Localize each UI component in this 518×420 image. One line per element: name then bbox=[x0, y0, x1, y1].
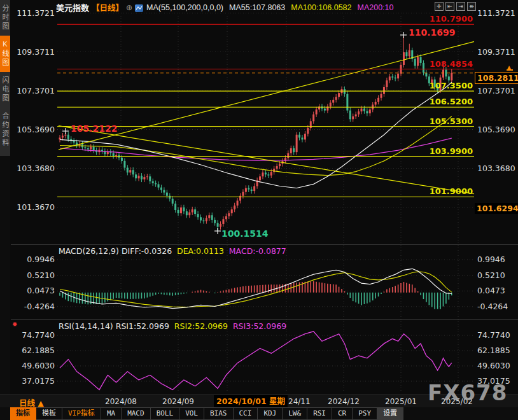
chart-window: 110.7900108.4854107.3500106.5200105.5300… bbox=[0, 0, 518, 420]
svg-text:110.7900: 110.7900 bbox=[430, 14, 473, 24]
shift-out-icon[interactable]: ⇻ bbox=[467, 2, 476, 11]
svg-text:-0.4264: -0.4264 bbox=[24, 302, 55, 311]
svg-text:103.9900: 103.9900 bbox=[430, 146, 473, 156]
svg-text:107.3701: 107.3701 bbox=[17, 86, 55, 95]
date-label: 2025/01 bbox=[385, 397, 417, 406]
date-label: 2024/08 bbox=[105, 397, 137, 406]
svg-text:62.1885: 62.1885 bbox=[22, 346, 55, 355]
current-price-box: 108.2811 bbox=[475, 72, 518, 84]
svg-text:105.5300: 105.5300 bbox=[430, 116, 473, 126]
sidebar-tab-1[interactable]: 分时图 bbox=[0, 0, 10, 36]
toolbar-item-设置[interactable]: 设置 bbox=[377, 407, 403, 420]
shift-left-icon[interactable]: ⇤ bbox=[445, 2, 454, 11]
moving-averages bbox=[60, 82, 452, 188]
svg-text:74.7740: 74.7740 bbox=[22, 330, 55, 340]
gridlines bbox=[11, 13, 518, 393]
toolbar-item-模板[interactable]: 模板 bbox=[36, 407, 62, 420]
shift-right-icon[interactable]: ⇥ bbox=[456, 2, 465, 11]
macd-diff-value: MACD(26,12,9) DIFF:-0.0326 bbox=[59, 246, 172, 256]
period-tag[interactable]: 【日线】 bbox=[92, 4, 123, 13]
chart-canvas: 110.7900108.4854107.3500106.5200105.5300… bbox=[0, 0, 518, 420]
svg-text:49.6030: 49.6030 bbox=[22, 361, 55, 370]
toolbar-item-KDJ[interactable]: KDJ bbox=[258, 407, 283, 420]
toolbar-item-指标[interactable]: 指标 bbox=[10, 407, 36, 420]
ma200-value: MA200:10 bbox=[358, 3, 394, 12]
macd-panel bbox=[60, 269, 452, 309]
rsi-alert-icon: ✹ bbox=[12, 321, 17, 328]
svg-text:107.3500: 107.3500 bbox=[430, 81, 473, 90]
svg-text:49.6030: 49.6030 bbox=[477, 361, 510, 370]
sidebar-tabs: 分时图K线图闪电图合约资料 bbox=[0, 0, 10, 156]
move-tool-icon[interactable]: ✛ bbox=[435, 2, 444, 11]
toolbar-item-MA[interactable]: MA bbox=[101, 407, 122, 420]
toolbar-item-PSY[interactable]: PSY bbox=[353, 407, 377, 420]
header-toolbar: ✛⇤⇥⇻ bbox=[435, 2, 476, 11]
svg-text:105.2122: 105.2122 bbox=[71, 123, 118, 134]
svg-text:111.3721: 111.3721 bbox=[17, 8, 55, 18]
svg-text:100.1514: 100.1514 bbox=[221, 228, 269, 239]
svg-text:107.3701: 107.3701 bbox=[477, 86, 515, 95]
price-up-arrow-icon: ▲ bbox=[506, 64, 513, 71]
rsi1-value: RSI(14,14,14) RSI1:52.0969 bbox=[59, 321, 169, 331]
low-price-box: 101.6294 bbox=[475, 203, 518, 214]
svg-text:37.0175: 37.0175 bbox=[22, 376, 55, 386]
svg-text:103.3680: 103.3680 bbox=[477, 164, 515, 173]
sidebar-tab-2[interactable]: K线图 bbox=[0, 36, 10, 72]
add-icon[interactable]: ⊕ bbox=[126, 3, 132, 12]
date-label: 2024/12 bbox=[328, 397, 360, 406]
svg-text:105.3690: 105.3690 bbox=[477, 125, 515, 134]
indicator-toolbar: 指标模板VIP指标MAMACDBOLLVOLBIASCCIKDJLW&RSICR… bbox=[0, 407, 518, 420]
candles bbox=[59, 36, 453, 230]
svg-text:0.0473: 0.0473 bbox=[477, 286, 505, 295]
macd-dea-value: DEA:0.0113 bbox=[177, 246, 224, 256]
svg-text:62.1885: 62.1885 bbox=[477, 346, 510, 355]
svg-text:105.3690: 105.3690 bbox=[17, 125, 55, 134]
toolbar-item-CCI[interactable]: CCI bbox=[234, 407, 258, 420]
svg-text:111.3721: 111.3721 bbox=[477, 8, 515, 18]
chart-header: 美元指数【日线】⊕MA(55,100,200,0,0,0)MA55:107.80… bbox=[56, 1, 393, 13]
ma100-value: MA100:106.0582 bbox=[291, 3, 351, 12]
annotations: 110.1699105.2122100.1514 bbox=[62, 27, 456, 239]
svg-text:-0.4264: -0.4264 bbox=[477, 302, 508, 311]
toolbar-item-BIAS[interactable]: BIAS bbox=[204, 407, 234, 420]
toolbar-item-CR[interactable]: CR bbox=[332, 407, 353, 420]
macd-header: MACD(26,12,9) DIFF:-0.0326 DEA:0.0113 MA… bbox=[59, 246, 286, 256]
svg-text:109.3711: 109.3711 bbox=[477, 47, 515, 57]
svg-text:101.3670: 101.3670 bbox=[17, 202, 55, 212]
date-label: 24/11 bbox=[288, 397, 311, 406]
svg-text:103.3680: 103.3680 bbox=[17, 164, 55, 173]
price-levels[interactable]: 110.7900108.4854107.3500106.5200105.5300… bbox=[57, 14, 474, 197]
rsi-panel bbox=[60, 332, 452, 390]
ma-settings-label: MA(55,100,200,0,0,0) bbox=[146, 3, 223, 12]
svg-text:108.4854: 108.4854 bbox=[430, 59, 473, 69]
sidebar-tab-3[interactable]: 闪电图 bbox=[0, 72, 10, 108]
svg-text:0.5210: 0.5210 bbox=[27, 270, 55, 280]
macd-macd-value: MACD:-0.0877 bbox=[229, 246, 286, 256]
svg-text:0.5210: 0.5210 bbox=[477, 270, 505, 280]
toolbar-item-RSI[interactable]: RSI bbox=[307, 407, 332, 420]
toolbar-item-VIP指标[interactable]: VIP指标 bbox=[62, 407, 101, 420]
svg-text:74.7740: 74.7740 bbox=[477, 330, 510, 340]
trendlines[interactable] bbox=[59, 41, 474, 193]
svg-text:0.0473: 0.0473 bbox=[27, 286, 55, 295]
svg-text:109.3711: 109.3711 bbox=[17, 47, 55, 57]
rsi-header: RSI(14,14,14) RSI1:52.0969 RSI2:52.0969 … bbox=[59, 321, 286, 331]
date-label: 2024/09 bbox=[162, 397, 194, 406]
svg-text:106.5200: 106.5200 bbox=[430, 97, 473, 106]
date-tooltip: 2024/10/01 星期二 bbox=[214, 395, 288, 408]
ma55-value: MA55:107.8063 bbox=[229, 3, 285, 12]
sidebar-tab-4[interactable]: 合约资料 bbox=[0, 108, 10, 152]
toolbar-item-MACD[interactable]: MACD bbox=[122, 407, 151, 420]
svg-text:0.9946: 0.9946 bbox=[477, 255, 505, 264]
symbol-title: 美元指数 bbox=[56, 3, 89, 13]
watermark: FX678 bbox=[428, 380, 507, 405]
rsi3-value: RSI3:52.0969 bbox=[233, 321, 286, 331]
svg-text:110.1699: 110.1699 bbox=[409, 27, 456, 38]
rsi2-value: RSI2:52.0969 bbox=[174, 321, 228, 331]
toolbar-item-LW&[interactable]: LW& bbox=[283, 407, 307, 420]
sidebar: 分时图K线图闪电图合约资料 bbox=[0, 0, 10, 395]
chart-badge-icon bbox=[135, 4, 143, 12]
toolbar-item-VOL[interactable]: VOL bbox=[179, 407, 204, 420]
toolbar-item-BOLL[interactable]: BOLL bbox=[151, 407, 180, 420]
svg-text:0.9946: 0.9946 bbox=[27, 255, 55, 264]
